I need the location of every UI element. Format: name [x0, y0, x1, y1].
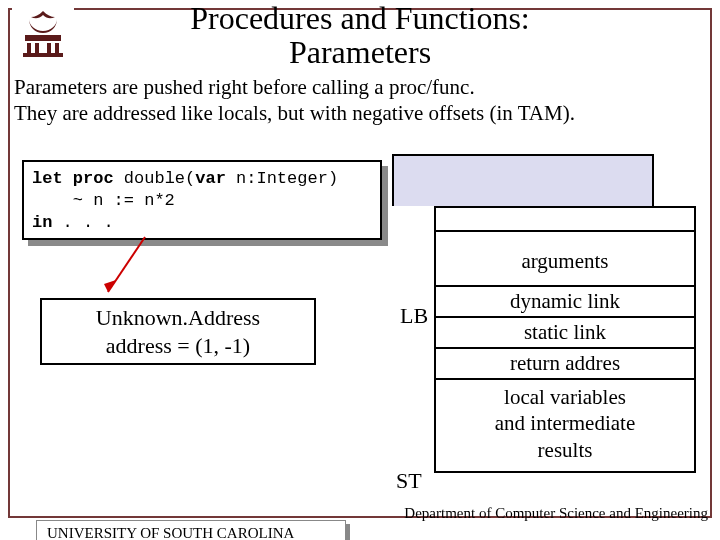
stack-pale-band	[392, 154, 654, 206]
kw-in: in	[32, 213, 52, 232]
stack-cell-locals: local variables and intermediate results	[436, 380, 694, 471]
stack-gap	[434, 206, 696, 232]
svg-rect-5	[23, 53, 63, 57]
slide-title: Procedures and Functions: Parameters	[0, 2, 720, 69]
kw-proc: proc	[73, 169, 114, 188]
kw-var: var	[195, 169, 226, 188]
stack-cell-static-link: static link	[436, 318, 694, 349]
code-double: double(	[114, 169, 196, 188]
stack-cell-dynamic-link: dynamic link	[436, 287, 694, 318]
stack-cell-return-addr: return addres	[436, 349, 694, 380]
kw-let: let	[32, 169, 63, 188]
body-line1: Parameters are pushed right before calli…	[14, 75, 475, 99]
stack-frame: arguments dynamic link static link retur…	[434, 230, 696, 473]
svg-rect-3	[47, 43, 51, 53]
unknown-line1: Unknown.Address	[96, 305, 260, 330]
svg-rect-0	[25, 35, 61, 41]
slide: Procedures and Functions: Parameters Par…	[0, 0, 720, 540]
footer-left-text: UNIVERSITY OF SOUTH CAROLINA	[36, 520, 346, 540]
unknown-address-box: Unknown.Address address = (1, -1)	[40, 298, 316, 365]
lb-label: LB	[400, 303, 428, 329]
stack-top-edge	[434, 206, 696, 208]
footer-right: Department of Computer Science and Engin…	[404, 505, 708, 522]
unknown-line2: address = (1, -1)	[106, 333, 250, 358]
title-line1: Procedures and Functions:	[190, 0, 530, 36]
university-logo	[12, 2, 74, 64]
body-line2: They are addressed like locals, but with…	[14, 101, 575, 125]
stack-locals-l3: results	[538, 438, 593, 462]
svg-rect-1	[27, 43, 31, 53]
stack-locals-l2: and intermediate	[495, 411, 636, 435]
stack-cell-arguments: arguments	[436, 232, 694, 287]
code-sig-rest: n:Integer)	[226, 169, 338, 188]
code-box: let proc double(var n:Integer) ~ n := n*…	[22, 160, 382, 240]
code-in-rest: . . .	[52, 213, 113, 232]
stack-locals-l1: local variables	[504, 385, 626, 409]
code-box-content: let proc double(var n:Integer) ~ n := n*…	[22, 160, 382, 240]
svg-rect-4	[55, 43, 59, 53]
st-label: ST	[396, 468, 422, 494]
code-body-line: ~ n := n*2	[32, 191, 175, 210]
title-line2: Parameters	[289, 34, 431, 70]
body-text: Parameters are pushed right before calli…	[14, 74, 575, 127]
svg-rect-2	[35, 43, 39, 53]
